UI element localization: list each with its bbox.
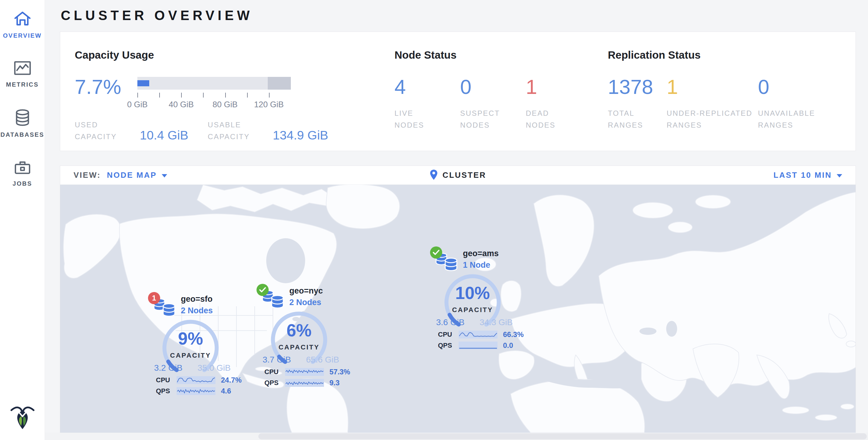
node-status-section: Node Status 4 LIVE NODES 0 SUSPECT NODES… xyxy=(395,43,608,151)
sidebar: OVERVIEW METRICS xyxy=(0,0,45,440)
chevron-down-icon[interactable] xyxy=(837,174,842,178)
qps-label: QPS xyxy=(265,379,282,387)
databases-icon xyxy=(13,108,32,127)
axis-tick xyxy=(159,93,160,98)
locality-name: geo=sfo xyxy=(181,294,212,304)
axis-tick xyxy=(225,93,226,98)
used-capacity: 3.7 GiB xyxy=(262,355,291,365)
locality-name: geo=nyc xyxy=(289,286,323,296)
used-capacity-label: USED CAPACITY xyxy=(75,119,138,143)
cluster-summary-panel: Capacity Usage 7.7% xyxy=(60,32,856,151)
qps-value: 4.6 xyxy=(221,387,231,395)
under-replicated-stat: 1 UNDER-REPLICATED RANGES xyxy=(666,76,758,131)
suspect-nodes-value: 0 xyxy=(460,76,526,98)
cpu-label: CPU xyxy=(156,376,174,384)
sidebar-item-jobs[interactable]: JOBS xyxy=(0,158,45,187)
time-range-value[interactable]: LAST 10 MIN xyxy=(773,170,832,180)
dead-nodes-label: DEAD NODES xyxy=(526,107,575,131)
used-capacity: 3.6 GiB xyxy=(436,318,464,327)
cpu-metric: CPU 24.7% xyxy=(156,376,242,384)
under-replicated-value: 1 xyxy=(666,76,758,98)
jobs-icon xyxy=(13,158,32,176)
axis-tick xyxy=(181,93,182,98)
cpu-value: 66.3% xyxy=(503,330,524,339)
capacity-axis: 0 GiB 40 GiB 80 GiB 120 GiB xyxy=(137,90,291,113)
cpu-label: CPU xyxy=(438,331,456,339)
sidebar-item-metrics[interactable]: METRICS xyxy=(0,59,45,88)
unavailable-ranges-stat: 0 UNAVAILABLE RANGES xyxy=(758,76,841,131)
page-title: CLUSTER OVERVIEW xyxy=(61,8,253,23)
capacity-usage-section: Capacity Usage 7.7% xyxy=(75,43,395,151)
axis-tick-label: 0 GiB xyxy=(127,100,148,109)
suspect-nodes-label: SUSPECT NODES xyxy=(460,107,509,131)
cpu-metric: CPU 57.3% xyxy=(265,368,350,376)
horizontal-scrollbar xyxy=(45,433,868,440)
usable-capacity: 34.3 GiB xyxy=(479,318,513,327)
sidebar-item-databases[interactable]: DATABASES xyxy=(0,108,45,138)
total-ranges-value: 1378 xyxy=(608,76,666,98)
locality-node-count: 2 Nodes xyxy=(289,298,321,307)
healthy-badge xyxy=(430,246,442,259)
cpu-sparkline xyxy=(285,368,324,376)
suspect-nodes-stat: 0 SUSPECT NODES xyxy=(460,76,526,131)
qps-sparkline xyxy=(285,379,324,387)
view-label: VIEW: xyxy=(73,170,101,180)
qps-metric: QPS 4.6 xyxy=(156,387,231,395)
sidebar-nav: OVERVIEW METRICS xyxy=(0,0,45,207)
map-toolbar: VIEW: NODE MAP CLUSTER LAST 10 MIN xyxy=(60,166,856,185)
used-capacity: 3.2 GiB xyxy=(154,363,182,373)
usable-capacity: 65.6 GiB xyxy=(306,355,339,365)
locality-node-count: 1 Node xyxy=(463,260,490,270)
chevron-down-icon[interactable] xyxy=(162,174,167,178)
axis-tick xyxy=(247,93,248,98)
dead-nodes-value: 1 xyxy=(526,76,591,98)
locality-node-count: 2 Nodes xyxy=(181,306,213,315)
gauge-percent: 6% xyxy=(266,320,333,340)
total-ranges-label: TOTAL RANGES xyxy=(608,107,666,131)
replication-status-section: Replication Status 1378 TOTAL RANGES 1 U… xyxy=(608,43,841,151)
qps-value: 9.3 xyxy=(330,379,339,387)
qps-metric: QPS 9.3 xyxy=(265,379,339,387)
sidebar-item-label: METRICS xyxy=(6,81,39,88)
sidebar-item-label: DATABASES xyxy=(1,131,44,138)
capacity-bar: 0 GiB 40 GiB 80 GiB 120 GiB xyxy=(137,76,291,113)
cluster-overview-page: OVERVIEW METRICS xyxy=(0,0,868,440)
home-icon xyxy=(13,9,32,28)
usable-capacity-value: 134.9 GiB xyxy=(273,128,328,143)
locality-sfo[interactable]: 1 geo=sfo 2 Nodes xyxy=(143,290,246,412)
usable-capacity: 35.0 GiB xyxy=(197,363,231,373)
node-map-panel: VIEW: NODE MAP CLUSTER LAST 10 MIN xyxy=(60,166,856,433)
locality-ams[interactable]: geo=ams 1 Node 10% CAPACITY 3.6 xyxy=(425,245,529,366)
node-status-title: Node Status xyxy=(395,49,608,61)
cpu-metric: CPU 66.3% xyxy=(438,330,524,339)
total-ranges-stat: 1378 TOTAL RANGES xyxy=(608,76,666,131)
dead-node-badge: 1 xyxy=(148,292,160,304)
locality-nyc[interactable]: geo=nyc 2 Nodes 6% CAPACITY 3.7 xyxy=(252,282,355,404)
qps-metric: QPS 0.0 xyxy=(438,341,513,350)
capacity-usage-title: Capacity Usage xyxy=(75,49,395,61)
breadcrumb-cluster-label[interactable]: CLUSTER xyxy=(442,170,486,180)
main-content: CLUSTER OVERVIEW Capacity Usage 7.7% xyxy=(45,0,868,440)
cpu-value: 57.3% xyxy=(330,368,350,376)
dead-nodes-stat: 1 DEAD NODES xyxy=(526,76,591,131)
gauge-percent: 9% xyxy=(157,328,224,349)
live-nodes-stat: 4 LIVE NODES xyxy=(395,76,460,131)
cockroachdb-logo xyxy=(9,404,36,432)
time-range-dropdown[interactable]: LAST 10 MIN xyxy=(773,170,842,180)
horizontal-scrollbar-thumb[interactable] xyxy=(258,433,867,439)
cpu-label: CPU xyxy=(265,368,282,376)
view-dropdown[interactable]: NODE MAP xyxy=(107,170,157,180)
gauge-capacity-label: CAPACITY xyxy=(266,343,333,351)
world-map[interactable]: 1 geo=sfo 2 Nodes xyxy=(60,185,856,433)
axis-tick xyxy=(137,93,138,98)
breadcrumb: CLUSTER xyxy=(429,169,486,181)
healthy-badge xyxy=(256,284,269,296)
locality-name: geo=ams xyxy=(463,249,499,258)
location-pin-icon xyxy=(429,169,438,181)
sidebar-item-overview[interactable]: OVERVIEW xyxy=(0,9,45,39)
unavailable-ranges-label: UNAVAILABLE RANGES xyxy=(758,107,841,131)
axis-tick-label: 40 GiB xyxy=(169,100,194,109)
unavailable-ranges-value: 0 xyxy=(758,76,841,98)
axis-tick xyxy=(203,93,204,98)
sidebar-item-label: OVERVIEW xyxy=(3,32,42,39)
